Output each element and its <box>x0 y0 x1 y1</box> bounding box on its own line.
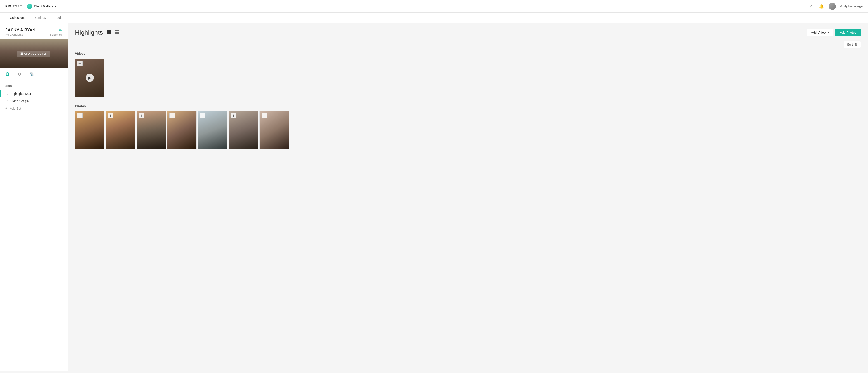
my-homepage-label: My Homepage <box>843 4 863 8</box>
sort-label: Sort <box>847 43 853 46</box>
sets-label: Sets <box>5 84 62 88</box>
sort-button[interactable]: Sort ⇅ <box>844 41 861 48</box>
sidebar-name-block: JACKY & RYAN No Event Date <box>5 28 35 36</box>
move-icon[interactable]: ✛ <box>77 61 83 66</box>
my-homepage-link[interactable]: ↗ My Homepage <box>839 4 863 8</box>
add-set-label: Add Set <box>10 107 21 110</box>
change-cover-label: CHANGE COVER <box>24 53 48 55</box>
move-icon[interactable]: ✛ <box>108 113 113 119</box>
move-icon[interactable]: ✛ <box>261 113 267 119</box>
notifications-button[interactable]: 🔔 <box>818 3 825 10</box>
chevron-down-icon: ▾ <box>55 4 57 8</box>
photo-item[interactable]: ✛ <box>259 111 289 149</box>
svg-rect-7 <box>115 32 116 33</box>
grid-large-view-button[interactable] <box>106 29 112 36</box>
globe-icon <box>27 4 32 9</box>
set-highlights-label: Highlights (21) <box>10 92 31 96</box>
svg-rect-1 <box>110 30 111 32</box>
image-icon: 🖼 <box>20 53 23 55</box>
cover-image[interactable]: 🖼 CHANGE COVER <box>0 39 68 68</box>
client-name: JACKY & RYAN <box>5 28 35 33</box>
add-photos-button[interactable]: Add Photos <box>835 29 861 36</box>
drag-icon-2: ⬡ <box>5 99 8 103</box>
grid-large-icon <box>107 30 112 34</box>
set-videoset-label: Video Set (0) <box>10 99 29 103</box>
svg-rect-4 <box>115 30 116 31</box>
photo-item[interactable]: ✛ <box>136 111 166 149</box>
videos-section-label: Videos <box>75 52 861 55</box>
move-icon[interactable]: ✛ <box>231 113 236 119</box>
videos-grid: ✛ ▶ <box>75 59 861 97</box>
add-video-button[interactable]: Add Video ▾ <box>807 29 833 36</box>
add-video-label: Add Video <box>811 31 826 34</box>
svg-rect-3 <box>110 32 111 34</box>
set-item-videoset[interactable]: ⬡ Video Set (0) <box>5 97 62 105</box>
content-actions: Add Video ▾ Add Photos <box>807 29 861 36</box>
sidebar-tab-photos[interactable]: 🖼 <box>5 69 14 80</box>
sub-nav-tabs: Collections Settings Tools <box>5 13 67 23</box>
sidebar-right-block: ✏ Published <box>50 28 62 36</box>
move-icon[interactable]: ✛ <box>169 113 175 119</box>
set-item-highlights[interactable]: ⬡ Highlights (21) <box>5 90 62 97</box>
svg-rect-11 <box>116 33 118 34</box>
add-set-plus-icon: + <box>5 106 7 111</box>
photo-item[interactable]: ✛ <box>106 111 135 149</box>
add-set-item[interactable]: + Add Set <box>5 105 62 112</box>
content-header: Highlights <box>75 29 861 36</box>
sidebar-tabs: 🖼 ⚙ 📡 <box>0 68 68 81</box>
videos-section: Videos ✛ ▶ <box>75 52 861 97</box>
sidebar-tab-settings[interactable]: ⚙ <box>18 68 26 80</box>
photos-section: Photos ✛ ✛ ✛ ✛ <box>75 104 861 149</box>
video-item[interactable]: ✛ ▶ <box>75 59 104 97</box>
photo-item[interactable]: ✛ <box>75 111 104 149</box>
content-title-row: Highlights <box>75 29 120 36</box>
move-icon[interactable]: ✛ <box>138 113 144 119</box>
top-nav-left: PIXIESET Client Gallery ▾ <box>5 4 57 9</box>
chevron-down-icon: ▾ <box>828 31 829 34</box>
svg-rect-12 <box>118 33 119 34</box>
gallery-selector[interactable]: Client Gallery ▾ <box>27 4 57 9</box>
grid-small-view-button[interactable] <box>114 29 120 36</box>
avatar[interactable] <box>829 3 836 10</box>
photo-item[interactable]: ✛ <box>198 111 227 149</box>
change-cover-button[interactable]: 🖼 CHANGE COVER <box>17 51 51 57</box>
svg-rect-9 <box>118 32 119 33</box>
published-status: Published <box>50 33 62 36</box>
tab-settings[interactable]: Settings <box>30 13 51 23</box>
play-button[interactable]: ▶ <box>86 74 94 82</box>
svg-rect-2 <box>107 32 109 34</box>
tab-collections[interactable]: Collections <box>5 13 30 23</box>
sidebar-header-row: JACKY & RYAN No Event Date ✏ Published <box>0 23 68 36</box>
edit-icon[interactable]: ✏ <box>59 28 62 33</box>
grid-small-icon <box>115 30 119 34</box>
photos-section-label: Photos <box>75 104 861 108</box>
external-link-icon: ↗ <box>839 4 842 8</box>
main-layout: JACKY & RYAN No Event Date ✏ Published 🖼… <box>0 23 868 371</box>
top-nav: PIXIESET Client Gallery ▾ ? 🔔 ↗ My Homep… <box>0 0 868 13</box>
move-icon[interactable]: ✛ <box>77 113 83 119</box>
photo-item[interactable]: ✛ <box>229 111 258 149</box>
photos-grid: ✛ ✛ ✛ ✛ ✛ <box>75 111 861 149</box>
sidebar-tab-rss[interactable]: 📡 <box>29 68 39 80</box>
tab-tools[interactable]: Tools <box>51 13 67 23</box>
sidebar: JACKY & RYAN No Event Date ✏ Published 🖼… <box>0 23 68 371</box>
photo-item[interactable]: ✛ <box>167 111 197 149</box>
sort-row: Sort ⇅ <box>75 41 861 48</box>
sub-nav: Collections Settings Tools <box>0 13 868 23</box>
svg-rect-5 <box>116 30 118 31</box>
top-nav-right: ? 🔔 ↗ My Homepage <box>807 3 863 10</box>
sort-arrows-icon: ⇅ <box>855 43 857 46</box>
help-button[interactable]: ? <box>807 3 814 10</box>
drag-icon: ⬡ <box>5 92 8 96</box>
svg-rect-0 <box>107 30 109 32</box>
svg-rect-10 <box>115 33 116 34</box>
svg-rect-6 <box>118 30 119 31</box>
gallery-name: Client Gallery <box>34 4 53 8</box>
event-date: No Event Date <box>5 33 35 36</box>
page-title: Highlights <box>75 29 103 36</box>
move-icon[interactable]: ✛ <box>200 113 206 119</box>
cover-image-overlay: 🖼 CHANGE COVER <box>0 39 68 68</box>
view-toggle <box>106 29 120 36</box>
sets-section: Sets ⬡ Highlights (21) ⬡ Video Set (0) +… <box>0 81 68 116</box>
main-content: Highlights <box>68 23 868 371</box>
